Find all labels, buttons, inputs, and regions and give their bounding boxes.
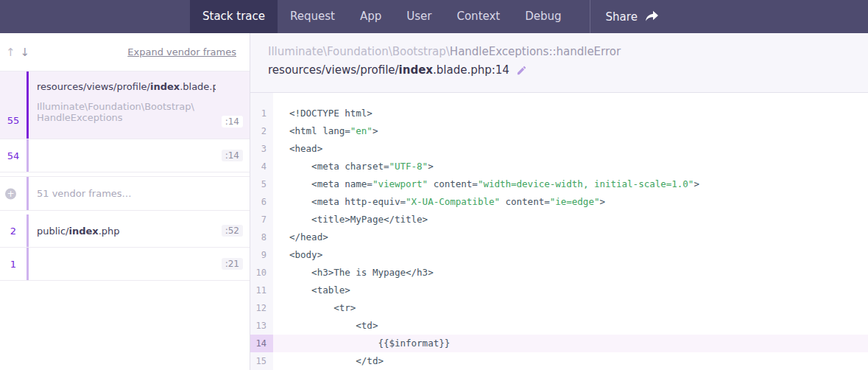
- file-path: resources/views/profile/index.blade.php:…: [268, 63, 509, 77]
- frame-number: 1: [0, 259, 27, 270]
- code-line-13: 13 <td>: [250, 317, 868, 335]
- code-line-8: 8</head>: [250, 228, 868, 246]
- line-number: 12: [250, 299, 273, 317]
- line-number: 9: [250, 246, 273, 264]
- share-label: Share: [606, 10, 638, 24]
- frame-line-badge: :52: [222, 225, 243, 237]
- frame-accent-bar: [27, 248, 29, 280]
- frame-content: public/index.php: [37, 214, 250, 247]
- code-text: <td>: [273, 317, 868, 335]
- code-viewer: 1<!DOCTYPE html>2<html lang="en">3<head>…: [250, 92, 868, 370]
- line-number: 6: [250, 193, 273, 211]
- frame-accent-bar: [27, 177, 29, 210]
- line-number: 3: [250, 140, 273, 158]
- code-text: <h3>The is Mypage</h3>: [273, 264, 868, 282]
- code-line-12: 12 <tr>: [250, 299, 868, 317]
- vendor-frames-toggle[interactable]: +51 vendor frames…: [0, 176, 250, 211]
- frame-file-path: public/index.php: [37, 225, 120, 237]
- tab-context[interactable]: Context: [444, 0, 512, 33]
- frame-line-badge: :14: [222, 150, 243, 161]
- stack-frame-55[interactable]: 55resources/views/profile/index.blade.ph…: [0, 71, 250, 139]
- expand-plus-icon[interactable]: +: [5, 188, 16, 199]
- main-panel: Illuminate\Foundation\Bootstrap\HandleEx…: [250, 33, 868, 370]
- nav-tabs: Stack traceRequestAppUserContextDebug: [190, 0, 574, 33]
- frames-list: 55resources/views/profile/index.blade.ph…: [0, 71, 250, 281]
- tab-user[interactable]: User: [394, 0, 444, 33]
- frame-file: resources/views/profile/index.blade.php:…: [268, 63, 868, 77]
- line-number: 1: [250, 105, 273, 122]
- method-namespace: Illuminate\Foundation\Bootstrap\: [268, 45, 450, 58]
- stack-frame-54[interactable]: 54:14: [0, 139, 250, 172]
- code-text: <meta name="viewport" content="width=dev…: [273, 175, 868, 193]
- code-text: <meta charset="UTF-8">: [273, 158, 868, 175]
- stack-trace-sidebar: ↑ ↓ Expand vendor frames 55resources/vie…: [0, 33, 250, 370]
- expand-vendor-frames-link[interactable]: Expand vendor frames: [127, 46, 236, 57]
- code-line-4: 4 <meta charset="UTF-8">: [250, 158, 868, 175]
- code-line-9: 9<body>: [250, 246, 868, 264]
- frame-content: [37, 248, 250, 280]
- code-text: <html lang="en">: [273, 122, 868, 140]
- code-line-10: 10 <h3>The is Mypage</h3>: [250, 264, 868, 282]
- frame-method: Illuminate\Foundation\Bootstrap\HandleEx…: [268, 44, 868, 59]
- code-text: {{$informat}}: [273, 335, 868, 352]
- code-line-7: 7 <title>MyPage</title>: [250, 211, 868, 228]
- code-text: <!DOCTYPE html>: [273, 105, 868, 122]
- line-number: 10: [250, 264, 273, 282]
- previous-frame-icon[interactable]: ↑: [6, 46, 15, 59]
- code-text: <body>: [273, 246, 868, 264]
- frame-accent-bar: [27, 139, 29, 172]
- line-number: 2: [250, 122, 273, 140]
- next-frame-icon[interactable]: ↓: [21, 46, 30, 59]
- line-number: 7: [250, 211, 273, 228]
- line-number: 15: [250, 352, 273, 370]
- share-icon: [645, 10, 659, 23]
- code-line-6: 6 <meta http-equiv="X-UA-Compatible" con…: [250, 193, 868, 211]
- line-number: 8: [250, 228, 273, 246]
- frame-number: 2: [0, 226, 27, 237]
- line-number: 13: [250, 317, 273, 335]
- nav-divider: [590, 0, 590, 33]
- stack-frame-1[interactable]: 1:21: [0, 248, 250, 281]
- share-button[interactable]: Share: [606, 0, 659, 33]
- tab-request[interactable]: Request: [278, 0, 347, 33]
- code-text: </td>: [273, 352, 868, 370]
- frame-accent-bar: [27, 71, 29, 139]
- frame-content: [37, 139, 250, 172]
- line-number: 14: [250, 335, 273, 352]
- line-number: 5: [250, 175, 273, 193]
- tab-debug[interactable]: Debug: [512, 0, 574, 33]
- vendor-frames-label: 51 vendor frames…: [37, 177, 250, 210]
- frame-content: resources/views/profile/index.blade.phpI…: [37, 71, 250, 123]
- frame-number: 55: [0, 115, 27, 126]
- tab-app[interactable]: App: [347, 0, 394, 33]
- frame-line-badge: :14: [222, 116, 243, 128]
- content-area: ↑ ↓ Expand vendor frames 55resources/vie…: [0, 33, 868, 370]
- stack-frame-2[interactable]: 2public/index.php:52: [0, 214, 250, 248]
- method-name: HandleExceptions::handleError: [450, 45, 621, 58]
- code-text: <title>MyPage</title>: [273, 211, 868, 228]
- frame-line-badge: :21: [222, 258, 243, 270]
- code-line-11: 11 <table>: [250, 282, 868, 299]
- code-line-14: 14 {{$informat}}: [250, 335, 868, 352]
- line-number: 11: [250, 282, 273, 299]
- code-line-3: 3<head>: [250, 140, 868, 158]
- frame-class: Illuminate\Foundation\Bootstrap\HandleEx…: [37, 101, 216, 123]
- frame-file-path: resources/views/profile/index.blade.php: [37, 81, 216, 93]
- frame-number: 54: [0, 150, 27, 161]
- code-lines: 1<!DOCTYPE html>2<html lang="en">3<head>…: [250, 105, 868, 370]
- code-line-1: 1<!DOCTYPE html>: [250, 105, 868, 122]
- frame-header: Illuminate\Foundation\Bootstrap\HandleEx…: [250, 33, 868, 92]
- code-text: </head>: [273, 228, 868, 246]
- tab-stack-trace[interactable]: Stack trace: [190, 0, 278, 33]
- code-line-15: 15 </td>: [250, 352, 868, 370]
- code-line-5: 5 <meta name="viewport" content="width=d…: [250, 175, 868, 193]
- code-text: <tr>: [273, 299, 868, 317]
- code-text: <table>: [273, 282, 868, 299]
- edit-file-pencil-icon[interactable]: [516, 65, 527, 76]
- frame-accent-bar: [27, 214, 29, 247]
- code-text: <meta http-equiv="X-UA-Compatible" conte…: [273, 193, 868, 211]
- top-navbar: Stack traceRequestAppUserContextDebug Sh…: [0, 0, 868, 33]
- code-line-2: 2<html lang="en">: [250, 122, 868, 140]
- line-number: 4: [250, 158, 273, 175]
- sidebar-header: ↑ ↓ Expand vendor frames: [0, 33, 250, 71]
